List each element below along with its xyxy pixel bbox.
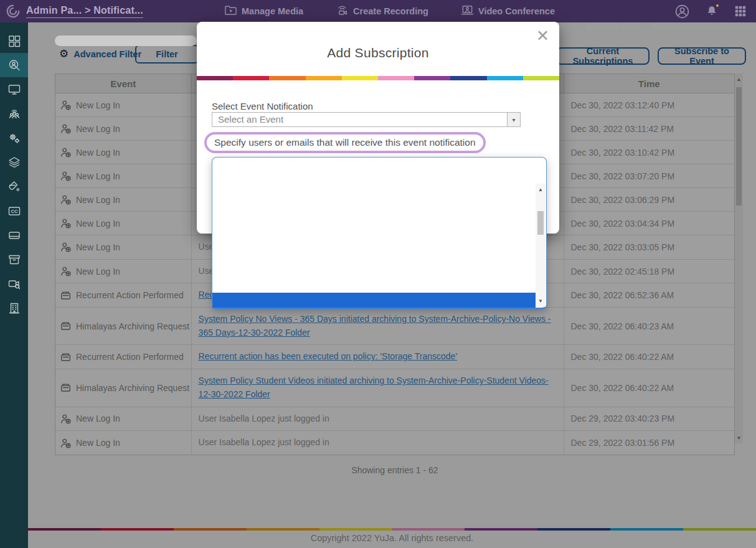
layers-icon bbox=[7, 156, 21, 169]
storage-drive-icon bbox=[7, 229, 21, 242]
nav-video-conference[interactable]: Video Conference bbox=[461, 4, 555, 19]
sidebar-item-archive[interactable] bbox=[0, 247, 28, 272]
yuja-admin-app: Admin Pa... > Notificat... Manage Media bbox=[0, 0, 756, 548]
recipient-option[interactable] bbox=[212, 199, 536, 215]
nav-video-conference-label: Video Conference bbox=[478, 6, 555, 16]
video-search-icon bbox=[7, 277, 21, 291]
notification-dot bbox=[715, 3, 720, 8]
stripe-segment bbox=[197, 76, 233, 80]
account-icon[interactable] bbox=[674, 4, 690, 19]
chevron-down-icon[interactable]: ▾ bbox=[507, 113, 520, 126]
archive-box-icon bbox=[7, 253, 21, 267]
nav-create-recording[interactable]: Create Recording bbox=[336, 4, 428, 19]
yuja-logo-icon[interactable] bbox=[5, 3, 21, 19]
recipient-option[interactable] bbox=[212, 184, 536, 199]
paint-bucket-icon bbox=[7, 180, 21, 194]
modal-brand-stripe bbox=[197, 76, 559, 80]
stripe-segment bbox=[523, 76, 559, 80]
breadcrumb[interactable]: Admin Pa... > Notificat... bbox=[26, 5, 143, 18]
sidebar-item-captions[interactable]: CC bbox=[0, 199, 28, 223]
closed-captions-icon: CC bbox=[7, 204, 21, 218]
recipient-option[interactable] bbox=[212, 230, 536, 246]
scroll-up-icon[interactable]: ▲ bbox=[536, 185, 546, 194]
stripe-segment bbox=[378, 76, 414, 80]
sidebar-item-user-search[interactable] bbox=[0, 53, 28, 77]
stripe-segment bbox=[306, 76, 342, 80]
sidebar-item-storage[interactable] bbox=[0, 223, 28, 247]
select-event-label: Select Event Notification bbox=[212, 101, 313, 111]
building-icon bbox=[7, 301, 21, 315]
stripe-segment bbox=[414, 76, 450, 80]
sidebar-item-branding[interactable] bbox=[0, 174, 28, 199]
recipients-dropdown-panel: ▲ ▼ bbox=[212, 157, 547, 309]
nav-manage-media-label: Manage Media bbox=[242, 6, 303, 16]
sidebar-item-video-review[interactable] bbox=[0, 272, 28, 296]
create-recording-icon bbox=[336, 4, 349, 19]
video-conference-icon bbox=[461, 4, 474, 19]
sidebar-item-media-channels[interactable] bbox=[0, 150, 28, 174]
scroll-down-icon[interactable]: ▼ bbox=[536, 296, 546, 306]
scrollbar-thumb[interactable] bbox=[537, 211, 544, 235]
sidebar-item-institution[interactable] bbox=[0, 296, 28, 320]
stripe-segment bbox=[342, 76, 378, 80]
recipient-search-input[interactable] bbox=[212, 158, 546, 184]
nav-manage-media[interactable]: Manage Media bbox=[224, 4, 303, 19]
gears-icon bbox=[7, 131, 21, 145]
event-select[interactable]: Select an Event ▾ bbox=[212, 112, 521, 127]
sidebar: CC bbox=[0, 22, 28, 548]
recipient-option[interactable] bbox=[212, 246, 536, 262]
clipped-search-bar bbox=[55, 35, 197, 46]
recipient-option[interactable] bbox=[212, 262, 536, 277]
dashboard-icon bbox=[7, 34, 21, 48]
stripe-segment bbox=[487, 76, 523, 80]
add-subscription-modal: ✕ Add Subscription Select Event Notifica… bbox=[197, 22, 559, 234]
manage-media-icon bbox=[224, 4, 237, 19]
user-search-icon bbox=[7, 59, 21, 72]
annotation-highlight: Specify users or emails that will receiv… bbox=[204, 132, 486, 153]
event-select-value: Select an Event bbox=[218, 113, 283, 126]
topbar-actions bbox=[674, 0, 747, 22]
stripe-segment bbox=[450, 76, 486, 80]
dropdown-scrollbar[interactable]: ▲ ▼ bbox=[536, 184, 546, 307]
brand: Admin Pa... > Notificat... bbox=[0, 3, 162, 19]
sidebar-item-settings[interactable] bbox=[0, 126, 28, 150]
recipients-list bbox=[212, 184, 536, 308]
recipient-option[interactable] bbox=[212, 277, 536, 293]
recipient-option[interactable] bbox=[212, 293, 536, 308]
apps-grid-icon[interactable] bbox=[734, 4, 747, 18]
sidebar-item-dashboard[interactable] bbox=[0, 29, 28, 53]
recipient-option[interactable] bbox=[212, 215, 536, 230]
monitor-icon bbox=[7, 83, 21, 97]
audience-broadcast-icon bbox=[7, 107, 21, 121]
top-navigation: Manage Media Create Recording bbox=[224, 0, 555, 22]
stripe-segment bbox=[269, 76, 305, 80]
stripe-segment bbox=[233, 76, 269, 80]
sidebar-item-devices[interactable] bbox=[0, 77, 28, 102]
notifications-bell-icon[interactable] bbox=[705, 4, 719, 18]
sidebar-item-live-audience[interactable] bbox=[0, 102, 28, 126]
recipients-label: Specify users or emails that will receiv… bbox=[214, 137, 476, 148]
close-icon[interactable]: ✕ bbox=[536, 28, 549, 44]
nav-create-recording-label: Create Recording bbox=[353, 6, 428, 16]
topbar: Admin Pa... > Notificat... Manage Media bbox=[0, 0, 756, 22]
svg-text:CC: CC bbox=[11, 209, 17, 214]
modal-title: Add Subscription bbox=[197, 45, 559, 60]
